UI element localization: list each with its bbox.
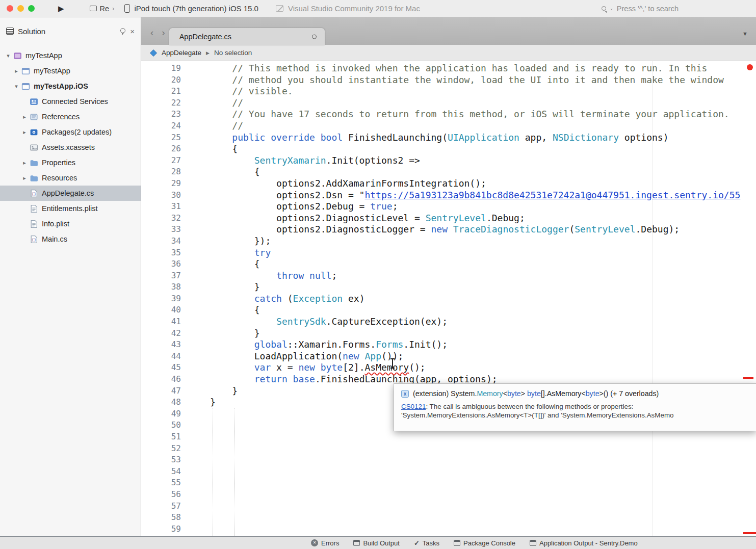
bottom-tab-application-output-sentry-demo[interactable]: Application Output - Sentry.Demo	[530, 539, 638, 547]
code-line[interactable]: 33 options2.DiagnosticLogger = new Trace…	[141, 224, 756, 236]
line-number[interactable]: 26	[141, 143, 181, 155]
line-number[interactable]: 51	[141, 431, 181, 443]
line-number[interactable]: 32	[141, 213, 181, 224]
tree-item-assets-xcassets[interactable]: Assets.xcassets	[0, 140, 141, 155]
line-number[interactable]: 30	[141, 190, 181, 201]
line-number[interactable]: 43	[141, 339, 181, 351]
code-line[interactable]: 44 LoadApplication(new App());	[141, 351, 756, 362]
navigate-forward-button[interactable]: ›	[162, 28, 165, 37]
breadcrumb-class[interactable]: AppDelegate	[162, 49, 201, 57]
line-number[interactable]: 23	[141, 109, 181, 120]
line-number[interactable]: 27	[141, 155, 181, 167]
dsn-url-link[interactable]: https://5a193123a9b841bc8d8e42531e7242a1…	[364, 190, 740, 200]
code-line[interactable]: 29 options2.AddXamarinFormsIntegration()…	[141, 178, 756, 190]
code-line[interactable]: 54	[141, 466, 756, 478]
navigate-back-button[interactable]: ‹	[150, 28, 153, 37]
bottom-tab-build-output[interactable]: Build Output	[353, 539, 400, 547]
line-number[interactable]: 29	[141, 178, 181, 190]
line-number[interactable]: 46	[141, 374, 181, 385]
tree-item-info-plist[interactable]: Info.plist	[0, 216, 141, 231]
breadcrumb-selection[interactable]: No selection	[214, 49, 252, 57]
bottom-tab-tasks[interactable]: ✓Tasks	[414, 539, 439, 547]
code-line[interactable]: 27 SentryXamarin.Init(options2 =>	[141, 155, 756, 167]
line-number[interactable]: 59	[141, 524, 181, 535]
disclosure-triangle-icon[interactable]: ▾	[11, 83, 21, 90]
code-line[interactable]: 51	[141, 431, 756, 443]
line-number[interactable]: 37	[141, 270, 181, 282]
line-number[interactable]: 54	[141, 466, 181, 478]
line-number[interactable]: 38	[141, 281, 181, 293]
error-code-link[interactable]: CS0121	[401, 403, 426, 410]
line-number[interactable]: 22	[141, 97, 181, 109]
run-icon[interactable]: ▶	[58, 4, 64, 13]
line-number[interactable]: 36	[141, 258, 181, 270]
line-number[interactable]: 47	[141, 385, 181, 397]
line-number[interactable]: 33	[141, 224, 181, 236]
line-number[interactable]: 28	[141, 166, 181, 178]
disclosure-triangle-icon[interactable]: ▸	[19, 160, 30, 166]
code-line[interactable]: 32 options2.DiagnosticLevel = SentryLeve…	[141, 213, 756, 224]
line-number[interactable]: 39	[141, 293, 181, 305]
disclosure-triangle-icon[interactable]: ▸	[19, 175, 30, 181]
disclosure-triangle-icon[interactable]: ▸	[19, 129, 30, 136]
code-line[interactable]: 35 try	[141, 247, 756, 259]
code-line[interactable]: 31 options2.Debug = true;	[141, 201, 756, 213]
disclosure-triangle-icon[interactable]: ▸	[19, 114, 30, 120]
line-number[interactable]: 25	[141, 132, 181, 144]
code-line[interactable]: 53	[141, 454, 756, 466]
disclosure-triangle-icon[interactable]: ▸	[11, 68, 21, 74]
search-field[interactable]: ⌄ Press '^,' to search	[602, 5, 679, 13]
line-number[interactable]: 34	[141, 236, 181, 247]
line-number[interactable]: 49	[141, 408, 181, 420]
code-line[interactable]: 37 throw null;	[141, 270, 756, 282]
line-number[interactable]: 57	[141, 501, 181, 512]
line-number[interactable]: 24	[141, 120, 181, 132]
bottom-tab-errors[interactable]: ✕Errors	[311, 539, 339, 547]
code-line[interactable]: 30 options2.Dsn = "https://5a193123a9b84…	[141, 190, 756, 201]
line-number[interactable]: 42	[141, 328, 181, 339]
line-number[interactable]: 19	[141, 63, 181, 74]
code-line[interactable]: 34 });	[141, 236, 756, 247]
close-window-button[interactable]	[7, 5, 13, 12]
code-line[interactable]: 56	[141, 489, 756, 501]
code-line[interactable]: 19 // This method is invoked when the ap…	[141, 63, 756, 74]
line-number[interactable]: 21	[141, 86, 181, 97]
code-line[interactable]: 57	[141, 501, 756, 512]
line-number[interactable]: 35	[141, 247, 181, 259]
code-line[interactable]: 43 global::Xamarin.Forms.Forms.Init();	[141, 339, 756, 351]
code-line[interactable]: 52	[141, 443, 756, 455]
device-selector[interactable]: iPod touch (7th generation) iOS 15.0	[124, 4, 258, 13]
line-number[interactable]: 31	[141, 201, 181, 213]
bottom-tab-package-console[interactable]: Package Console	[454, 539, 515, 547]
line-number[interactable]: 50	[141, 420, 181, 431]
code-line[interactable]: 26 {	[141, 143, 756, 155]
tree-item-connected-services[interactable]: Connected Services	[0, 94, 141, 109]
line-number[interactable]: 55	[141, 477, 181, 489]
line-number[interactable]: 44	[141, 351, 181, 362]
zoom-window-button[interactable]	[28, 5, 35, 12]
code-line[interactable]: 24 //	[141, 120, 756, 132]
code-line[interactable]: 25 public override bool FinishedLaunchin…	[141, 132, 756, 144]
line-number[interactable]: 52	[141, 443, 181, 455]
tree-item-entitlements-plist[interactable]: Entitlements.plist	[0, 201, 141, 216]
code-line[interactable]: 28 {	[141, 166, 756, 178]
tab-list-dropdown-icon[interactable]: ▼	[742, 31, 748, 37]
code-line[interactable]: 58	[141, 512, 756, 524]
line-number[interactable]: 58	[141, 512, 181, 524]
tree-item-resources[interactable]: ▸Resources	[0, 170, 141, 186]
line-number[interactable]: 56	[141, 489, 181, 501]
code-line[interactable]: 39 catch (Exception ex)	[141, 293, 756, 305]
code-line[interactable]: 59	[141, 524, 756, 535]
minimize-window-button[interactable]	[17, 5, 24, 12]
line-number[interactable]: 45	[141, 362, 181, 374]
modified-indicator-icon[interactable]	[312, 34, 317, 39]
line-number[interactable]: 53	[141, 454, 181, 466]
line-number[interactable]: 48	[141, 397, 181, 408]
code-line[interactable]: 42 }	[141, 328, 756, 339]
line-number[interactable]: 41	[141, 316, 181, 328]
tree-item-mytestapp-ios[interactable]: ▾myTestApp.iOS	[0, 79, 141, 94]
line-number[interactable]: 40	[141, 304, 181, 316]
code-line[interactable]: 22 //	[141, 97, 756, 109]
code-line[interactable]: 20 // method you should instantiate the …	[141, 74, 756, 86]
build-configuration-selector[interactable]: Re ›	[90, 5, 115, 13]
